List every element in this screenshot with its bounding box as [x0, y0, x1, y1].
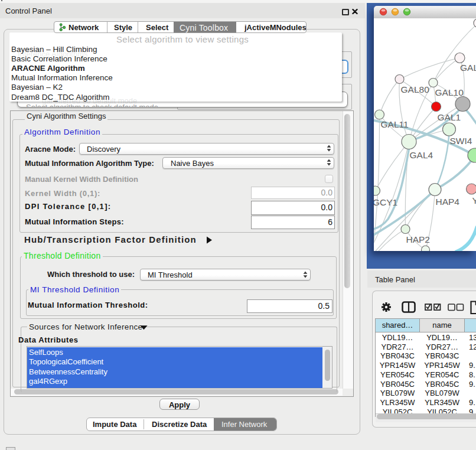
svg-text:HAP4: HAP4	[436, 197, 460, 207]
svg-text:YJ: YJ	[472, 195, 476, 206]
svg-text:GAL7: GAL7	[460, 63, 476, 73]
svg-text:SWI4: SWI4	[450, 136, 472, 146]
svg-text:GAL10: GAL10	[435, 87, 464, 97]
svg-text:GCY1: GCY1	[374, 197, 397, 207]
svg-text:GAL80: GAL80	[401, 84, 430, 94]
svg-text:HAP2: HAP2	[406, 234, 431, 244]
svg-text:GAL11: GAL11	[381, 119, 409, 129]
svg-text:GAL4: GAL4	[410, 150, 433, 160]
svg-text:GAL1: GAL1	[438, 112, 461, 122]
